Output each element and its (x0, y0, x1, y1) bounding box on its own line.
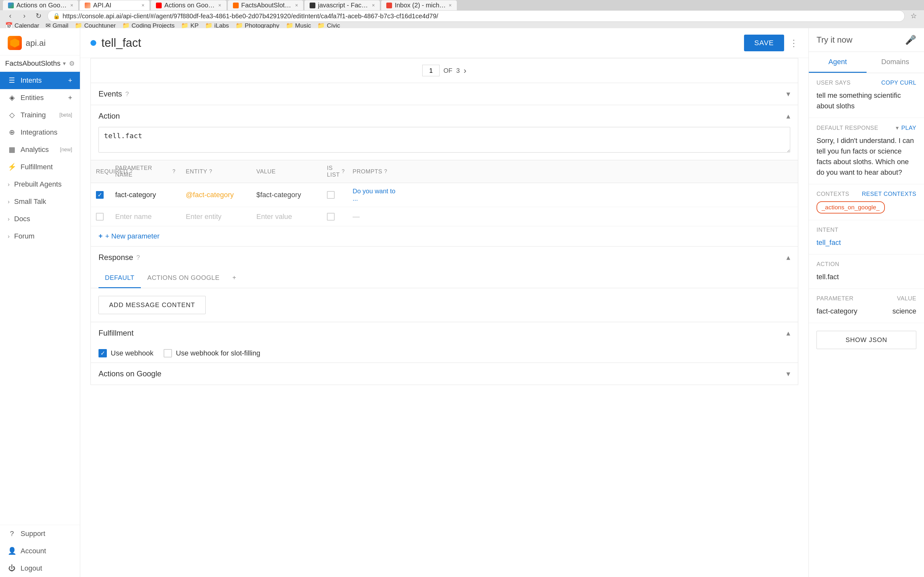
add-message-button[interactable]: ADD MESSAGE CONTENT (99, 296, 206, 314)
prompts-help-icon[interactable]: ? (384, 169, 387, 174)
sidebar: api.ai FactsAboutSloths ▾ ⚙ ☰ Intents + … (0, 28, 80, 577)
more-options-button[interactable]: ⋮ (789, 38, 798, 48)
aog-header[interactable]: Actions on Google ▾ (91, 363, 798, 385)
sidebar-item-training[interactable]: ◇ Training [beta] (0, 106, 80, 124)
star-button[interactable]: ☆ (909, 11, 919, 21)
events-header[interactable]: Events ? ▾ (91, 83, 798, 105)
is-list-checkbox-2[interactable] (327, 213, 334, 221)
browser-tab-gh[interactable]: javascript - Fact App for Go... × (304, 0, 380, 10)
events-toggle-icon[interactable]: ▾ (787, 89, 790, 98)
play-button[interactable]: PLAY (901, 125, 916, 131)
address-bar[interactable]: 🔒 https://console.api.ai/api-client/#/ag… (47, 10, 905, 22)
tab-domains[interactable]: Domains (867, 52, 924, 73)
show-json-button[interactable]: SHOW JSON (817, 331, 916, 349)
sidebar-item-smalltalk[interactable]: › Small Talk (0, 193, 80, 210)
tab-actions-on-google[interactable]: ACTIONS ON GOOGLE (141, 268, 226, 288)
fulfillment-header[interactable]: Fulfillment ▴ (91, 322, 798, 344)
context-chip[interactable]: _actions_on_google_ (817, 201, 885, 213)
browser-tab-gmail[interactable]: Inbox (2) - michaelsevilla@... × (381, 0, 457, 10)
tab-close-firebase[interactable]: × (295, 3, 298, 8)
tab-close-aog[interactable]: × (70, 3, 73, 8)
forward-button[interactable]: › (19, 11, 29, 21)
tab-close-yt[interactable]: × (218, 3, 221, 8)
aog-toggle-icon[interactable]: ▾ (787, 369, 790, 378)
browser-tab-apiai[interactable]: API.AI × (79, 0, 150, 10)
entity-cell-2[interactable]: Enter entity (181, 208, 251, 226)
prompts-cell-1[interactable]: Do you want to... (347, 183, 798, 207)
sidebar-item-support[interactable]: ? Support (0, 525, 80, 542)
try-it-label: Try it now (817, 35, 900, 45)
sidebar-item-intents[interactable]: ☰ Intents + (0, 72, 80, 89)
reset-contexts-button[interactable]: RESET CONTEXTS (862, 191, 916, 197)
intents-label: Intents (21, 76, 63, 85)
support-icon: ? (8, 530, 16, 538)
tab-default[interactable]: DEFAULT (99, 268, 141, 288)
tab-agent[interactable]: Agent (809, 52, 867, 73)
events-label: Events (99, 89, 122, 98)
use-webhook-checkbox[interactable]: ✓ (99, 349, 107, 358)
intents-add-icon[interactable]: + (68, 76, 72, 85)
is-list-cell-2 (322, 208, 347, 225)
copy-curl-button[interactable]: COPY CURL (881, 79, 916, 86)
entity-help-icon[interactable]: ? (209, 169, 212, 174)
save-button[interactable]: SAVE (744, 35, 784, 51)
param-name-cell-2[interactable]: Enter name (110, 208, 181, 226)
page-next-button[interactable]: › (464, 66, 467, 76)
sidebar-item-account[interactable]: 👤 Account (0, 542, 80, 560)
response-header[interactable]: Response ? ▴ (91, 247, 798, 268)
user-says-label: USER SAYS COPY CURL (817, 79, 916, 86)
sidebar-item-docs[interactable]: › Docs (0, 210, 80, 227)
action-header[interactable]: Action ▴ (91, 105, 798, 127)
reload-button[interactable]: ↻ (33, 11, 44, 21)
sidebar-item-forum[interactable]: › Forum (0, 227, 80, 245)
aog-label: Actions on Google (99, 369, 162, 378)
tab-add[interactable]: + (226, 268, 242, 288)
events-help-icon[interactable]: ? (125, 90, 129, 98)
fulfillment-toggle-icon[interactable]: ▴ (787, 329, 790, 338)
intents-icon: ☰ (8, 76, 16, 85)
user-says-section: USER SAYS COPY CURL tell me something sc… (809, 73, 924, 118)
sidebar-item-logout[interactable]: ⏻ Logout (0, 560, 80, 577)
microphone-icon[interactable]: 🎤 (905, 35, 916, 45)
sidebar-item-prebuilt[interactable]: › Prebuilt Agents (0, 176, 80, 193)
action-input[interactable]: tell.fact (99, 127, 790, 153)
entity-cell-1[interactable]: @fact-category (181, 186, 251, 203)
param-name-cell-1[interactable]: fact-category (110, 186, 181, 203)
page-input[interactable] (422, 65, 439, 76)
browser-tab-yt[interactable]: Actions on Google: Building... × (150, 0, 226, 10)
new-parameter-button[interactable]: + + New parameter (91, 226, 798, 246)
sidebar-project[interactable]: FactsAboutSloths ▾ ⚙ (0, 55, 80, 72)
tab-close-apiai[interactable]: × (142, 3, 144, 8)
tab-close-gh[interactable]: × (372, 3, 375, 8)
required-checkbox-2[interactable] (96, 213, 103, 221)
response-dropdown-icon[interactable]: ▾ (896, 124, 899, 131)
sidebar-item-entities[interactable]: ◈ Entities + (0, 89, 80, 106)
browser-tab-aog[interactable]: Actions on Google × (3, 0, 79, 10)
intent-value[interactable]: tell_fact (817, 237, 916, 248)
sidebar-item-analytics[interactable]: ▦ Analytics [new] (0, 141, 80, 158)
use-webhook-slot-checkbox[interactable] (164, 349, 172, 358)
param-name-help-icon[interactable]: ? (173, 169, 176, 174)
back-button[interactable]: ‹ (5, 11, 15, 21)
tab-close-gmail[interactable]: × (449, 3, 451, 8)
sidebar-item-integrations[interactable]: ⊕ Integrations (0, 124, 80, 141)
browser-tab-firebase[interactable]: FactsAboutSloths – Functio... × (228, 0, 304, 10)
entities-add-icon[interactable]: + (68, 93, 72, 102)
is-list-help-icon[interactable]: ? (342, 169, 344, 174)
integrations-label: Integrations (21, 128, 72, 137)
entities-icon: ◈ (8, 93, 16, 102)
is-list-checkbox-1[interactable] (327, 191, 334, 199)
settings-icon[interactable]: ⚙ (69, 60, 75, 67)
sidebar-item-fulfillment[interactable]: ⚡ Fulfillment (0, 158, 80, 176)
response-help-icon[interactable]: ? (136, 254, 140, 261)
value-cell-2[interactable]: Enter value (251, 208, 322, 226)
action-toggle-icon[interactable]: ▴ (787, 111, 790, 121)
tab-favicon-aog (8, 3, 14, 8)
required-checkbox-1[interactable]: ✓ (96, 191, 103, 199)
contexts-section: CONTEXTS RESET CONTEXTS _actions_on_goog… (809, 184, 924, 220)
sidebar-header: api.ai (0, 28, 80, 55)
default-response-section: DEFAULT RESPONSE ▾ PLAY Sorry, I didn't … (809, 118, 924, 184)
sidebar-logo (8, 36, 22, 50)
value-cell-1[interactable]: $fact-category (251, 186, 322, 203)
response-toggle-icon[interactable]: ▴ (787, 253, 790, 262)
